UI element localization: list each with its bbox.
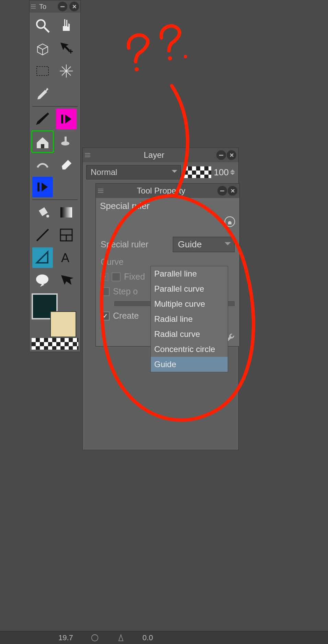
play-tool[interactable] [32,177,53,197]
subtool-name: Special ruler [96,198,239,214]
correct-line-tool[interactable] [56,270,77,291]
sparkle-icon [58,62,75,80]
create-checkbox[interactable] [101,312,110,320]
cursor-edit-icon [58,272,75,289]
opacity-slider-track[interactable] [184,166,211,178]
magnifier-icon [34,17,51,34]
zoom-tool[interactable] [32,15,53,36]
smudge-icon [34,156,51,173]
svg-rect-4 [41,144,44,148]
airbrush-tool[interactable] [56,131,77,152]
close-button[interactable] [228,186,237,196]
dropdown-option-guide[interactable]: Guide [151,357,228,372]
tool-palette-title: To [39,3,56,11]
eyedropper-tool[interactable] [32,83,53,104]
house-icon [34,133,51,150]
minimize-button[interactable] [216,150,226,160]
dropdown-option-parallel-curve[interactable]: Parallel curve [151,281,228,296]
svg-point-0 [37,20,45,28]
minimize-button[interactable] [58,2,67,11]
dropdown-option-radial-curve[interactable]: Radial curve [151,327,228,342]
fixed-label: Fixed [124,272,145,282]
expand-toggle[interactable]: + [101,273,108,281]
rotate-tool[interactable] [32,38,53,59]
blend-mode-dropdown[interactable]: Normal [86,165,181,179]
nav-icon-1[interactable] [90,633,99,642]
grip-icon [31,3,38,10]
opacity-value: 100 [214,167,229,178]
balloon-tool[interactable] [32,270,53,291]
line-tool[interactable] [32,225,53,245]
grip-icon [98,187,105,195]
pen-tool[interactable] [32,109,53,129]
text-a-icon: A [58,249,75,266]
gradient-tool[interactable] [56,202,77,223]
dropdown-option-multiple-curve[interactable]: Multiple curve [151,296,228,312]
eyedropper-icon [34,85,51,102]
hand-tool[interactable] [56,15,77,36]
close-button[interactable] [69,2,79,11]
ruler-triangle-icon [34,249,51,266]
background-color[interactable] [50,311,76,337]
text-tool[interactable]: A [56,247,77,268]
eraser-icon [58,156,75,173]
marquee-icon [34,62,51,80]
svg-rect-6 [65,137,67,142]
grip-icon [85,151,92,159]
play-id-icon [34,178,51,196]
tool-palette-panel: To [29,0,81,352]
marker-tool[interactable] [56,109,77,129]
dropdown-option-parallel-line[interactable]: Parallel line [151,266,228,281]
nav-icon-2[interactable] [116,633,125,642]
decoration-tool[interactable] [32,131,53,152]
tool-property-header[interactable]: Tool Property [96,184,239,198]
special-ruler-select[interactable]: Guide [173,237,235,252]
play-id-icon [58,110,75,128]
layer-panel-header[interactable]: Layer [83,148,238,162]
minimize-button[interactable] [217,186,227,196]
lock-wrench-icon[interactable] [224,215,236,228]
special-ruler-label: Special ruler [101,239,148,249]
svg-text:A: A [61,251,69,265]
svg-point-19 [168,56,172,60]
create-label: Create [113,311,139,321]
svg-rect-7 [37,183,39,191]
dropdown-option-concentric-circle[interactable]: Concentric circle [151,342,228,357]
fixed-checkbox[interactable] [112,272,121,281]
opacity-spinner[interactable]: 100 [214,167,235,178]
special-ruler-dropdown-popup: Parallel line Parallel curve Multiple cu… [150,266,228,372]
tool-palette-header[interactable]: To [30,0,80,13]
curve-label: Curve [101,257,124,267]
blend-tool[interactable] [32,154,53,175]
eraser-tool[interactable] [56,154,77,175]
color-swatches[interactable] [30,293,80,338]
blend-mode-value: Normal [91,167,117,177]
dropdown-option-radial-line[interactable]: Radial line [151,312,228,327]
ruler-tool[interactable] [32,247,53,268]
gradient-icon [58,204,75,221]
hand-icon [58,17,75,34]
svg-rect-3 [61,115,63,124]
step-checkbox[interactable] [101,287,110,296]
svg-point-20 [184,55,187,58]
pen-icon [34,110,51,128]
tool-property-title: Tool Property [105,186,217,196]
cube-icon [34,40,51,57]
svg-point-8 [46,215,49,218]
svg-line-1 [44,27,49,32]
status-value-2: 0.0 [143,633,153,642]
status-value-1: 19.7 [58,633,73,642]
marquee-tool[interactable] [32,61,53,81]
svg-point-18 [135,67,139,71]
fill-tool[interactable] [32,202,53,223]
frame-tool[interactable] [56,225,77,245]
move-tool[interactable] [56,38,77,59]
line-icon [34,226,51,244]
status-bar: 19.7 0.0 [0,631,328,644]
close-button[interactable] [227,150,236,160]
transparent-color[interactable] [32,338,78,350]
layer-panel-title: Layer [92,150,216,160]
wand-tool[interactable] [56,61,77,81]
frame-icon [58,226,75,244]
svg-rect-2 [37,67,48,75]
